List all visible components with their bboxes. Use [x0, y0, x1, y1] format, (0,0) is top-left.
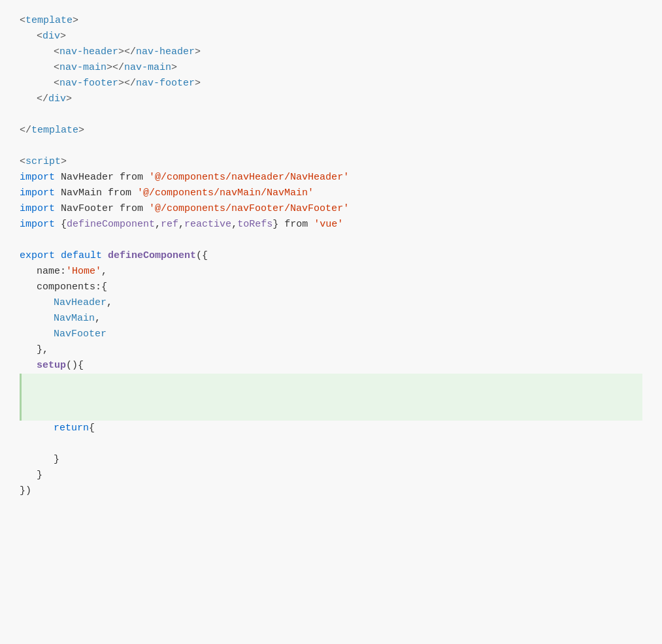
token: script [25, 154, 61, 170]
indent [20, 421, 54, 436]
code-line: import NavFooter from '@/components/navF… [20, 201, 642, 217]
token: import [20, 185, 55, 201]
token: < [20, 154, 25, 170]
token: </ [37, 91, 48, 107]
token: nav-main [124, 60, 171, 76]
token: ref [161, 217, 178, 233]
token: nav-footer [59, 76, 118, 91]
token: export default [20, 248, 108, 264]
token: 'Home' [66, 264, 101, 280]
token: < [54, 60, 59, 76]
token: import [20, 201, 55, 217]
token: ></ [118, 44, 136, 60]
token: { [89, 421, 95, 436]
token: import [20, 170, 55, 185]
indent [20, 60, 54, 76]
token: (){ [66, 358, 84, 374]
token: NavMain [55, 185, 108, 201]
token: , [107, 295, 112, 311]
indent [20, 452, 54, 468]
token: > [78, 123, 84, 138]
token [143, 170, 149, 185]
indent [20, 44, 54, 60]
code-line [20, 436, 642, 452]
token: NavHeader [55, 170, 120, 185]
token: }, [37, 342, 48, 358]
token: template [31, 123, 78, 138]
token: defineComponent [108, 248, 196, 264]
indent [20, 358, 37, 374]
token: '@/components/navFooter/NavFooter' [149, 201, 349, 217]
token: } [273, 217, 278, 233]
code-line: }) [20, 483, 642, 499]
token: NavHeader [54, 295, 107, 311]
code-line [20, 138, 642, 154]
code-line: <nav-main></nav-main> [20, 60, 642, 76]
token: from [120, 201, 143, 217]
token [143, 201, 149, 217]
token: > [73, 13, 78, 29]
code-line: <nav-header></nav-header> [20, 44, 642, 60]
code-line: return{ [20, 421, 642, 436]
token: nav-footer [136, 76, 195, 91]
token: ({ [196, 248, 208, 264]
token: } [37, 468, 42, 483]
code-line [20, 107, 642, 123]
code-line: import NavHeader from '@/components/navH… [20, 170, 642, 185]
token: return [54, 421, 89, 436]
token: import [20, 217, 55, 233]
indent [20, 468, 37, 483]
token: < [54, 76, 59, 91]
code-line: setup(){ [20, 358, 642, 374]
token: > [61, 154, 67, 170]
code-line: }, [20, 342, 642, 358]
token: }) [20, 483, 31, 499]
code-line: </div> [20, 91, 642, 107]
token: '@/components/navHeader/NavHeader' [149, 170, 349, 185]
token: < [37, 29, 42, 44]
token: < [54, 44, 59, 60]
token: , [231, 217, 237, 233]
code-line: } [20, 468, 642, 483]
token: NavFooter [55, 201, 120, 217]
indent [20, 295, 54, 311]
code-line: NavHeader, [20, 295, 642, 311]
indent [20, 264, 37, 280]
token: nav-header [136, 44, 195, 60]
indent [20, 311, 54, 327]
code-line: <script> [20, 154, 642, 170]
token: ></ [118, 76, 136, 91]
token: > [195, 76, 201, 91]
token: '@/components/navMain/NavMain' [137, 185, 314, 201]
token: NavMain [54, 311, 95, 327]
code-line: export default defineComponent({ [20, 248, 642, 264]
token: > [60, 29, 66, 44]
token: from [108, 185, 131, 201]
token: div [48, 91, 66, 107]
code-line: components:{ [20, 280, 642, 295]
indent [20, 29, 37, 44]
token: ></ [107, 60, 124, 76]
token: template [25, 13, 73, 29]
code-line-highlighted [20, 374, 642, 421]
code-line: import NavMain from '@/components/navMai… [20, 185, 642, 201]
indent [20, 280, 37, 295]
code-line: <template> [20, 13, 642, 29]
code-editor: <template> <div> <nav-header></nav-heade… [0, 0, 662, 644]
token [131, 185, 137, 201]
token: < [20, 13, 25, 29]
code-line: </template> [20, 123, 642, 138]
token: from [278, 217, 314, 233]
token: from [120, 170, 143, 185]
token: : [60, 264, 66, 280]
token: name [37, 264, 60, 280]
indent [20, 327, 54, 342]
token: :{ [95, 280, 107, 295]
code-line: <nav-footer></nav-footer> [20, 76, 642, 91]
indent [20, 91, 37, 107]
token: reactive [184, 217, 231, 233]
token: toRefs [237, 217, 273, 233]
token: defineComponent [67, 217, 155, 233]
code-line: import {defineComponent,ref,reactive,toR… [20, 217, 642, 233]
token: nav-main [59, 60, 107, 76]
